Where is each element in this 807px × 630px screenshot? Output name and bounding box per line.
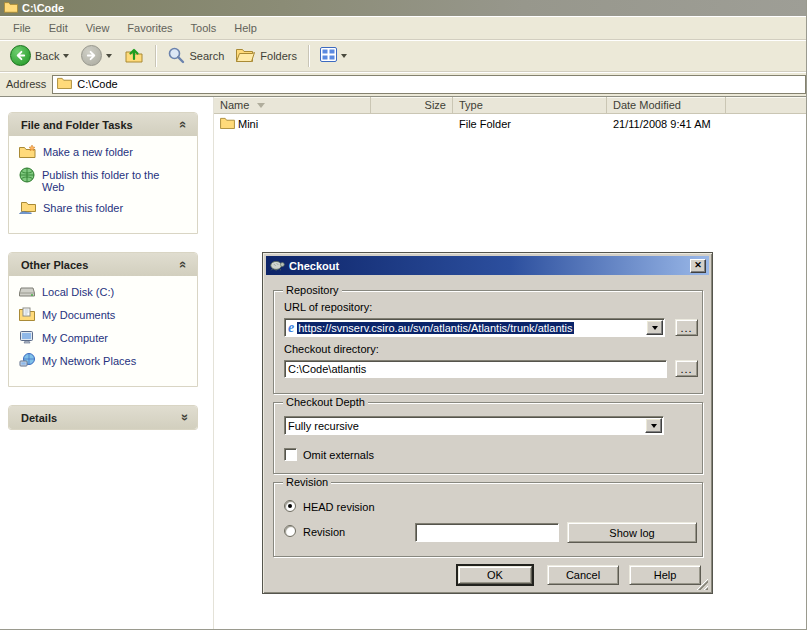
url-dropdown-button[interactable] bbox=[646, 320, 663, 335]
repository-group: Repository URL of repository: e https://… bbox=[273, 290, 703, 394]
file-name-cell[interactable]: Mini bbox=[214, 117, 371, 131]
depth-combobox[interactable]: Fully recursive bbox=[284, 416, 664, 435]
place-my-documents[interactable]: My Documents bbox=[19, 307, 191, 323]
url-browse-button[interactable]: ... bbox=[675, 319, 698, 336]
views-dropdown-icon[interactable] bbox=[341, 54, 347, 58]
column-header-filler bbox=[726, 97, 806, 114]
task-share-folder[interactable]: Share this folder bbox=[19, 200, 191, 216]
checkout-directory-value: C:\Code\atlantis bbox=[288, 363, 366, 375]
menu-edit[interactable]: Edit bbox=[40, 19, 77, 37]
computer-icon bbox=[19, 330, 35, 346]
table-row[interactable]: Mini File Folder 21/11/2008 9:41 AM bbox=[214, 116, 806, 132]
address-input[interactable]: C:\Code bbox=[52, 75, 806, 94]
file-date-cell: 21/11/2008 9:41 AM bbox=[607, 118, 726, 130]
place-local-disk[interactable]: Local Disk (C:) bbox=[19, 284, 191, 300]
place-my-computer[interactable]: My Computer bbox=[19, 330, 191, 346]
head-revision-label: HEAD revision bbox=[303, 501, 375, 513]
place-label: My Network Places bbox=[42, 353, 136, 367]
help-button[interactable]: Help bbox=[629, 565, 701, 585]
close-icon[interactable]: ✕ bbox=[690, 259, 706, 273]
tortoisesvn-turtle-icon bbox=[269, 258, 285, 273]
revision-number-input[interactable] bbox=[415, 523, 559, 542]
chevron-up-icon[interactable]: « bbox=[177, 121, 190, 128]
column-header-date-modified[interactable]: Date Modified bbox=[607, 97, 726, 114]
panel-header[interactable]: Other Places « bbox=[9, 253, 197, 276]
head-revision-radio[interactable] bbox=[284, 500, 296, 512]
task-label: Share this folder bbox=[43, 200, 123, 214]
folder-icon bbox=[220, 117, 235, 131]
window-titlebar: C:\Code bbox=[0, 0, 806, 16]
address-label: Address bbox=[6, 78, 46, 90]
toolbar-separator bbox=[308, 45, 309, 67]
panel-header[interactable]: File and Folder Tasks « bbox=[9, 113, 197, 136]
url-label: URL of repository: bbox=[284, 301, 372, 313]
panel-header[interactable]: Details « bbox=[9, 406, 197, 429]
revision-group-label: Revision bbox=[283, 477, 331, 488]
folders-button[interactable]: Folders bbox=[231, 45, 302, 66]
column-header-name[interactable]: Name bbox=[214, 97, 371, 114]
dialog-title: Checkout bbox=[289, 260, 686, 272]
checkout-directory-input[interactable]: C:\Code\atlantis bbox=[284, 360, 667, 378]
omit-externals-checkbox[interactable] bbox=[284, 448, 297, 461]
place-label: My Documents bbox=[42, 307, 115, 321]
panel-body: Make a new folder Publish this folder to… bbox=[9, 136, 197, 233]
search-button[interactable]: Search bbox=[162, 44, 229, 68]
ok-button-ring: OK bbox=[456, 564, 534, 586]
back-icon bbox=[10, 45, 31, 66]
chevron-down-icon[interactable]: « bbox=[177, 414, 190, 421]
views-icon bbox=[320, 47, 337, 64]
depth-dropdown-button[interactable] bbox=[645, 418, 662, 433]
column-header-size[interactable]: Size bbox=[371, 97, 453, 114]
depth-value: Fully recursive bbox=[288, 420, 359, 432]
menu-bar: File Edit View Favorites Tools Help bbox=[0, 16, 806, 40]
window-title: C:\Code bbox=[22, 2, 64, 14]
task-make-new-folder[interactable]: Make a new folder bbox=[19, 144, 191, 160]
back-button[interactable]: Back bbox=[5, 43, 74, 68]
panel-title: Details bbox=[21, 412, 57, 424]
folder-icon bbox=[57, 77, 72, 91]
folders-icon bbox=[236, 47, 256, 64]
address-value: C:\Code bbox=[77, 78, 117, 90]
menu-view[interactable]: View bbox=[77, 19, 119, 37]
new-folder-icon bbox=[19, 144, 36, 160]
up-button[interactable] bbox=[119, 44, 149, 68]
forward-dropdown-icon[interactable] bbox=[106, 54, 112, 58]
url-value: https://svnserv.csiro.au/svn/atlantis/At… bbox=[297, 322, 573, 334]
standard-buttons-toolbar: Back Search bbox=[0, 40, 806, 72]
place-label: My Computer bbox=[42, 330, 108, 344]
disk-drive-icon bbox=[19, 284, 35, 300]
up-folder-icon bbox=[124, 46, 144, 66]
panel-details: Details « bbox=[8, 405, 198, 430]
back-label: Back bbox=[35, 50, 59, 62]
menu-help[interactable]: Help bbox=[225, 19, 266, 37]
publish-globe-icon bbox=[19, 167, 35, 185]
menu-tools[interactable]: Tools bbox=[182, 19, 226, 37]
revision-radio[interactable] bbox=[284, 525, 296, 537]
folder-icon bbox=[4, 1, 18, 15]
revision-group: Revision HEAD revision Revision Show log bbox=[273, 482, 703, 557]
task-pane: File and Folder Tasks « Make a new folde… bbox=[0, 97, 213, 630]
dialog-titlebar: Checkout ✕ bbox=[266, 256, 709, 275]
show-log-button[interactable]: Show log bbox=[567, 522, 697, 543]
network-places-icon bbox=[19, 353, 35, 369]
dialog-body: Repository URL of repository: e https://… bbox=[266, 275, 709, 591]
views-button[interactable] bbox=[315, 45, 352, 66]
place-my-network-places[interactable]: My Network Places bbox=[19, 353, 191, 369]
forward-button[interactable] bbox=[76, 43, 117, 68]
ok-button[interactable]: OK bbox=[458, 566, 532, 584]
url-combobox[interactable]: e https://svnserv.csiro.au/svn/atlantis/… bbox=[284, 318, 665, 337]
menu-file[interactable]: File bbox=[4, 19, 40, 37]
back-dropdown-icon[interactable] bbox=[63, 54, 69, 58]
task-label: Make a new folder bbox=[43, 144, 133, 158]
panel-other-places: Other Places « Local Disk (C:) My bbox=[8, 252, 198, 387]
column-header-type[interactable]: Type bbox=[453, 97, 607, 114]
task-label: Publish this folder to the Web bbox=[42, 167, 180, 193]
menu-favorites[interactable]: Favorites bbox=[118, 19, 181, 37]
checkout-depth-group: Checkout Depth Fully recursive Omit exte… bbox=[273, 402, 703, 474]
directory-browse-button[interactable]: ... bbox=[675, 360, 698, 377]
file-type-cell: File Folder bbox=[453, 118, 607, 130]
task-publish-to-web[interactable]: Publish this folder to the Web bbox=[19, 167, 191, 193]
chevron-up-icon[interactable]: « bbox=[177, 261, 190, 268]
panel-title: File and Folder Tasks bbox=[21, 119, 133, 131]
cancel-button[interactable]: Cancel bbox=[547, 565, 619, 585]
